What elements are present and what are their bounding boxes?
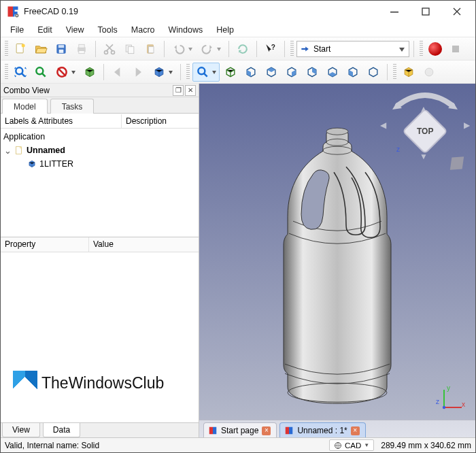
svg-rect-8 [58, 45, 64, 48]
whats-this-button[interactable]: ? [261, 39, 280, 58]
toolbar-handle[interactable] [5, 41, 8, 57]
macro-record-button[interactable] [426, 39, 445, 58]
copy-button[interactable] [120, 39, 139, 58]
minimize-button[interactable] [379, 1, 410, 22]
axis-z-label: z [436, 398, 439, 405]
view-rear-button[interactable] [303, 63, 322, 82]
svg-rect-3 [390, 12, 398, 13]
undo-button[interactable] [169, 39, 196, 58]
property-header: Property Value [1, 237, 199, 252]
window-title: FreeCAD 0.19 [24, 7, 78, 16]
toolbar-handle[interactable] [5, 64, 8, 80]
macro-stop-button[interactable] [446, 39, 465, 58]
view-bottom-button[interactable] [323, 63, 342, 82]
isometric-view-button[interactable] [192, 63, 220, 82]
svg-rect-9 [59, 49, 64, 52]
model-object[interactable] [273, 119, 402, 412]
navcube-reset-icon[interactable] [450, 156, 464, 170]
svg-rect-11 [79, 44, 84, 48]
svg-point-2 [16, 15, 18, 16]
3d-viewport[interactable]: ◀ ▶ ▼ ▲ TOP z [199, 84, 475, 437]
nav-style-selector[interactable]: CAD ▼ [329, 439, 374, 451]
refresh-button[interactable] [233, 39, 252, 58]
svg-rect-34 [209, 427, 213, 435]
expand-caret-icon[interactable]: ⌄ [3, 146, 12, 156]
tree-col-description[interactable]: Description [122, 114, 171, 128]
tree-app-root[interactable]: Application [1, 130, 199, 144]
print-button[interactable] [72, 39, 91, 58]
menu-windows[interactable]: Windows [162, 23, 210, 37]
cut-button[interactable] [100, 39, 119, 58]
navcube-top-face[interactable]: TOP [402, 108, 448, 154]
view-right-button[interactable] [282, 63, 301, 82]
doc-tab-start[interactable]: Start page × [203, 422, 277, 437]
new-doc-button[interactable] [11, 39, 30, 58]
workbench-selected-label: Start [313, 44, 330, 54]
group-button[interactable] [420, 63, 439, 82]
svg-rect-20 [452, 46, 459, 52]
part-icon [27, 158, 37, 169]
svg-rect-36 [286, 427, 289, 435]
nav-forward-button[interactable] [129, 63, 148, 82]
workbench-selector[interactable]: Start [296, 41, 409, 57]
combo-view-panel: Combo View ❐ ✕ Model Tasks Labels & Attr… [1, 84, 199, 437]
open-button[interactable] [31, 39, 50, 58]
link-nav-button[interactable] [149, 63, 176, 82]
toolbar-handle[interactable] [393, 64, 396, 80]
view-top-button[interactable] [262, 63, 281, 82]
panel-float-button[interactable]: ❐ [173, 85, 184, 96]
tab-model[interactable]: Model [2, 99, 48, 114]
model-tree[interactable]: Application ⌄ Unnamed 1LITTER [1, 129, 199, 237]
menu-edit[interactable]: Edit [31, 23, 59, 37]
view-front-button[interactable] [241, 63, 260, 82]
fit-all-button[interactable] [11, 63, 30, 82]
bounding-box-button[interactable] [80, 63, 99, 82]
combo-tabs: Model Tasks [1, 97, 199, 114]
part-button[interactable] [399, 63, 418, 82]
menu-help[interactable]: Help [209, 23, 241, 37]
view-iso-button[interactable] [221, 63, 240, 82]
tree-doc-name: Unnamed [27, 146, 65, 155]
draw-style-button[interactable] [52, 63, 79, 82]
nav-back-button[interactable] [108, 63, 127, 82]
paste-button[interactable] [141, 39, 160, 58]
menu-tools[interactable]: Tools [91, 23, 124, 37]
tree-doc-row[interactable]: ⌄ Unnamed [1, 144, 199, 157]
view-left-button[interactable] [343, 63, 362, 82]
combo-view-title: Combo View [3, 86, 50, 95]
fit-selection-button[interactable] [31, 63, 50, 82]
nav-arrow-right-icon[interactable]: ▶ [464, 120, 470, 130]
close-tab-icon[interactable]: × [262, 426, 271, 435]
svg-point-6 [22, 44, 25, 47]
combo-view-header[interactable]: Combo View ❐ ✕ [1, 84, 199, 97]
panel-close-button[interactable]: ✕ [185, 85, 196, 96]
work-area: Combo View ❐ ✕ Model Tasks Labels & Attr… [1, 84, 475, 437]
menu-file[interactable]: File [3, 23, 31, 37]
toolbar-handle[interactable] [290, 41, 294, 57]
maximize-button[interactable] [410, 1, 441, 22]
tab-view[interactable]: View [2, 423, 40, 437]
svg-point-13 [105, 50, 108, 54]
property-col-value[interactable]: Value [89, 237, 118, 252]
menu-macro[interactable]: Macro [124, 23, 162, 37]
toolbar-handle[interactable] [186, 64, 190, 80]
tree-item-row[interactable]: 1LITTER [1, 157, 199, 171]
view-rotate-button[interactable] [364, 63, 383, 82]
redo-button[interactable] [197, 39, 224, 58]
doc-tab-unnamed[interactable]: Unnamed : 1* × [279, 422, 365, 437]
nav-arrow-down-icon[interactable]: ▼ [420, 152, 428, 161]
axis-x-label: x [462, 401, 465, 408]
save-button[interactable] [52, 39, 71, 58]
menu-view[interactable]: View [59, 23, 91, 37]
tab-tasks[interactable]: Tasks [50, 99, 95, 114]
toolbar-handle[interactable] [420, 41, 423, 57]
close-button[interactable] [441, 1, 473, 22]
tab-data[interactable]: Data [43, 423, 80, 437]
nav-style-label: CAD [345, 441, 361, 450]
svg-rect-12 [79, 50, 84, 53]
tree-app-root-label: Application [3, 132, 45, 141]
close-tab-icon[interactable]: × [351, 426, 360, 435]
property-col-property[interactable]: Property [1, 237, 89, 252]
property-tabs: View Data [1, 422, 199, 437]
tree-col-labels[interactable]: Labels & Attributes [1, 114, 122, 128]
